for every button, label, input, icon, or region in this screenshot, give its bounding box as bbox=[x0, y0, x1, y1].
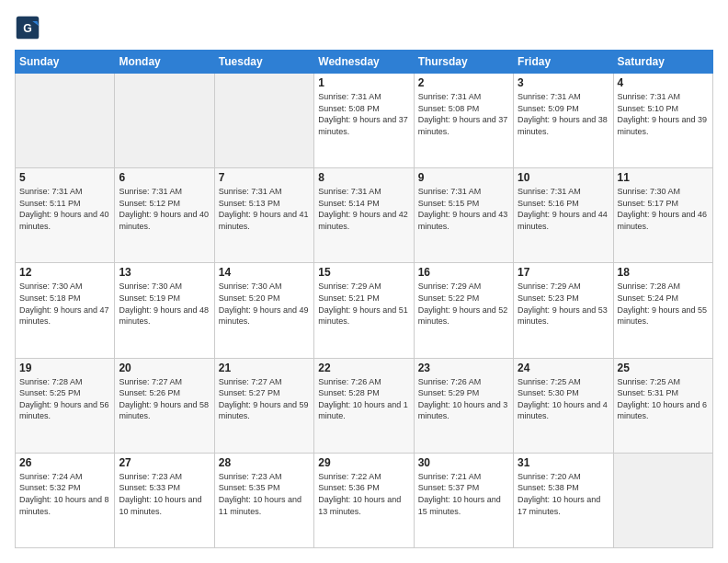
calendar-cell: 27Sunrise: 7:23 AM Sunset: 5:33 PM Dayli… bbox=[115, 453, 214, 547]
day-info: Sunrise: 7:30 AM Sunset: 5:17 PM Dayligh… bbox=[618, 186, 709, 232]
calendar-cell: 10Sunrise: 7:31 AM Sunset: 5:16 PM Dayli… bbox=[514, 168, 613, 263]
calendar-cell: 22Sunrise: 7:26 AM Sunset: 5:28 PM Dayli… bbox=[314, 358, 414, 453]
day-info: Sunrise: 7:22 AM Sunset: 5:36 PM Dayligh… bbox=[318, 471, 409, 517]
day-info: Sunrise: 7:21 AM Sunset: 5:37 PM Dayligh… bbox=[418, 471, 509, 517]
day-number: 29 bbox=[318, 456, 409, 469]
day-info: Sunrise: 7:31 AM Sunset: 5:16 PM Dayligh… bbox=[518, 186, 609, 232]
calendar-cell bbox=[214, 74, 313, 168]
day-number: 17 bbox=[518, 266, 609, 279]
day-number: 2 bbox=[418, 76, 509, 89]
day-number: 4 bbox=[618, 76, 709, 89]
calendar-cell: 21Sunrise: 7:27 AM Sunset: 5:27 PM Dayli… bbox=[214, 358, 313, 453]
calendar-week-row: 12Sunrise: 7:30 AM Sunset: 5:18 PM Dayli… bbox=[16, 263, 713, 358]
day-number: 28 bbox=[219, 456, 310, 469]
calendar-cell: 3Sunrise: 7:31 AM Sunset: 5:09 PM Daylig… bbox=[514, 74, 613, 168]
calendar-cell bbox=[16, 74, 115, 168]
day-number: 10 bbox=[518, 171, 609, 184]
calendar-cell: 7Sunrise: 7:31 AM Sunset: 5:13 PM Daylig… bbox=[214, 168, 313, 263]
calendar-cell: 8Sunrise: 7:31 AM Sunset: 5:14 PM Daylig… bbox=[314, 168, 414, 263]
day-info: Sunrise: 7:25 AM Sunset: 5:31 PM Dayligh… bbox=[618, 376, 709, 422]
calendar-cell: 17Sunrise: 7:29 AM Sunset: 5:23 PM Dayli… bbox=[514, 263, 613, 358]
calendar-cell: 9Sunrise: 7:31 AM Sunset: 5:15 PM Daylig… bbox=[414, 168, 513, 263]
day-number: 14 bbox=[219, 266, 310, 279]
page: G SundayMondayTuesdayWednesdayThursdayFr… bbox=[0, 0, 728, 563]
weekday-header-tuesday: Tuesday bbox=[214, 51, 313, 74]
day-info: Sunrise: 7:26 AM Sunset: 5:28 PM Dayligh… bbox=[318, 376, 409, 422]
calendar-cell: 26Sunrise: 7:24 AM Sunset: 5:32 PM Dayli… bbox=[16, 453, 115, 547]
calendar-cell bbox=[613, 453, 712, 547]
header: G bbox=[15, 15, 713, 40]
day-number: 12 bbox=[19, 266, 110, 279]
day-number: 15 bbox=[318, 266, 409, 279]
day-info: Sunrise: 7:31 AM Sunset: 5:13 PM Dayligh… bbox=[219, 186, 310, 232]
day-number: 3 bbox=[518, 76, 609, 89]
calendar-week-row: 19Sunrise: 7:28 AM Sunset: 5:25 PM Dayli… bbox=[16, 358, 713, 453]
calendar-cell: 6Sunrise: 7:31 AM Sunset: 5:12 PM Daylig… bbox=[115, 168, 214, 263]
calendar-cell: 11Sunrise: 7:30 AM Sunset: 5:17 PM Dayli… bbox=[613, 168, 712, 263]
calendar-cell: 18Sunrise: 7:28 AM Sunset: 5:24 PM Dayli… bbox=[613, 263, 712, 358]
day-number: 13 bbox=[119, 266, 210, 279]
day-info: Sunrise: 7:30 AM Sunset: 5:20 PM Dayligh… bbox=[219, 281, 310, 327]
calendar-cell: 24Sunrise: 7:25 AM Sunset: 5:30 PM Dayli… bbox=[514, 358, 613, 453]
calendar-week-row: 5Sunrise: 7:31 AM Sunset: 5:11 PM Daylig… bbox=[16, 168, 713, 263]
day-info: Sunrise: 7:25 AM Sunset: 5:30 PM Dayligh… bbox=[518, 376, 609, 422]
calendar-cell: 1Sunrise: 7:31 AM Sunset: 5:08 PM Daylig… bbox=[314, 74, 414, 168]
day-number: 7 bbox=[219, 171, 310, 184]
day-info: Sunrise: 7:31 AM Sunset: 5:15 PM Dayligh… bbox=[418, 186, 509, 232]
day-number: 27 bbox=[119, 456, 210, 469]
calendar-cell: 23Sunrise: 7:26 AM Sunset: 5:29 PM Dayli… bbox=[414, 358, 513, 453]
day-info: Sunrise: 7:29 AM Sunset: 5:23 PM Dayligh… bbox=[518, 281, 609, 327]
calendar-cell: 30Sunrise: 7:21 AM Sunset: 5:37 PM Dayli… bbox=[414, 453, 513, 547]
day-number: 8 bbox=[318, 171, 409, 184]
calendar-cell: 28Sunrise: 7:23 AM Sunset: 5:35 PM Dayli… bbox=[214, 453, 313, 547]
calendar-cell: 12Sunrise: 7:30 AM Sunset: 5:18 PM Dayli… bbox=[16, 263, 115, 358]
calendar-cell: 25Sunrise: 7:25 AM Sunset: 5:31 PM Dayli… bbox=[613, 358, 712, 453]
calendar-cell: 5Sunrise: 7:31 AM Sunset: 5:11 PM Daylig… bbox=[16, 168, 115, 263]
day-number: 30 bbox=[418, 456, 509, 469]
day-number: 9 bbox=[418, 171, 509, 184]
day-number: 16 bbox=[418, 266, 509, 279]
svg-text:G: G bbox=[23, 22, 32, 35]
day-number: 24 bbox=[518, 362, 609, 374]
calendar-cell: 31Sunrise: 7:20 AM Sunset: 5:38 PM Dayli… bbox=[514, 453, 613, 547]
day-info: Sunrise: 7:31 AM Sunset: 5:12 PM Dayligh… bbox=[119, 186, 210, 232]
day-number: 11 bbox=[618, 171, 709, 184]
weekday-header-sunday: Sunday bbox=[16, 51, 115, 74]
day-number: 5 bbox=[19, 171, 110, 184]
day-number: 18 bbox=[618, 266, 709, 279]
logo-icon: G bbox=[15, 15, 40, 40]
logo: G bbox=[15, 15, 42, 40]
calendar-cell bbox=[115, 74, 214, 168]
day-info: Sunrise: 7:20 AM Sunset: 5:38 PM Dayligh… bbox=[518, 471, 609, 517]
day-number: 23 bbox=[418, 362, 509, 374]
day-info: Sunrise: 7:31 AM Sunset: 5:08 PM Dayligh… bbox=[318, 91, 409, 137]
day-number: 21 bbox=[219, 362, 310, 374]
calendar-cell: 19Sunrise: 7:28 AM Sunset: 5:25 PM Dayli… bbox=[16, 358, 115, 453]
day-number: 22 bbox=[318, 362, 409, 374]
day-info: Sunrise: 7:29 AM Sunset: 5:22 PM Dayligh… bbox=[418, 281, 509, 327]
day-info: Sunrise: 7:28 AM Sunset: 5:24 PM Dayligh… bbox=[618, 281, 709, 327]
day-info: Sunrise: 7:30 AM Sunset: 5:19 PM Dayligh… bbox=[119, 281, 210, 327]
calendar-cell: 14Sunrise: 7:30 AM Sunset: 5:20 PM Dayli… bbox=[214, 263, 313, 358]
day-number: 19 bbox=[19, 362, 110, 374]
day-number: 25 bbox=[618, 362, 709, 374]
day-info: Sunrise: 7:23 AM Sunset: 5:33 PM Dayligh… bbox=[119, 471, 210, 517]
calendar-cell: 16Sunrise: 7:29 AM Sunset: 5:22 PM Dayli… bbox=[414, 263, 513, 358]
weekday-header-wednesday: Wednesday bbox=[314, 51, 414, 74]
calendar-cell: 4Sunrise: 7:31 AM Sunset: 5:10 PM Daylig… bbox=[613, 74, 712, 168]
day-info: Sunrise: 7:29 AM Sunset: 5:21 PM Dayligh… bbox=[318, 281, 409, 327]
day-info: Sunrise: 7:23 AM Sunset: 5:35 PM Dayligh… bbox=[219, 471, 310, 517]
day-info: Sunrise: 7:31 AM Sunset: 5:10 PM Dayligh… bbox=[618, 91, 709, 137]
day-info: Sunrise: 7:27 AM Sunset: 5:26 PM Dayligh… bbox=[119, 376, 210, 422]
weekday-header-saturday: Saturday bbox=[613, 51, 712, 74]
day-info: Sunrise: 7:31 AM Sunset: 5:08 PM Dayligh… bbox=[418, 91, 509, 137]
calendar-week-row: 1Sunrise: 7:31 AM Sunset: 5:08 PM Daylig… bbox=[16, 74, 713, 168]
day-info: Sunrise: 7:30 AM Sunset: 5:18 PM Dayligh… bbox=[19, 281, 110, 327]
day-number: 6 bbox=[119, 171, 210, 184]
weekday-header-monday: Monday bbox=[115, 51, 214, 74]
day-info: Sunrise: 7:26 AM Sunset: 5:29 PM Dayligh… bbox=[418, 376, 509, 422]
calendar-cell: 20Sunrise: 7:27 AM Sunset: 5:26 PM Dayli… bbox=[115, 358, 214, 453]
calendar-table: SundayMondayTuesdayWednesdayThursdayFrid… bbox=[15, 50, 713, 548]
weekday-header-friday: Friday bbox=[514, 51, 613, 74]
weekday-header-row: SundayMondayTuesdayWednesdayThursdayFrid… bbox=[16, 51, 713, 74]
